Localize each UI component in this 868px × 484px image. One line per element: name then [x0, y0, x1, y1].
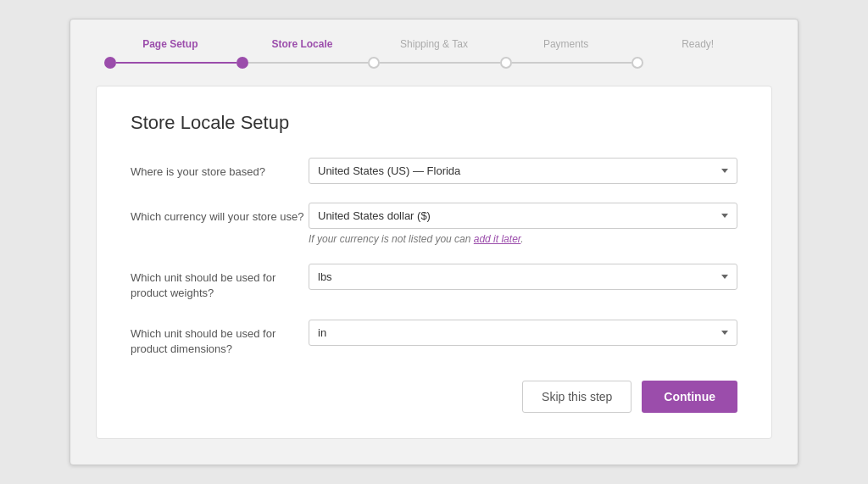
field-dimension-unit: Which unit should be used for product di…: [131, 320, 737, 357]
input-group-currency: United States dollar ($) If your currenc…: [309, 203, 737, 245]
step-dot-store-locale: [236, 57, 248, 69]
step-dot-payments: [500, 57, 512, 69]
step-dot-shipping-tax: [368, 57, 380, 69]
field-store-based: Where is your store based? United States…: [131, 158, 737, 184]
field-currency: Which currency will your store use? Unit…: [131, 203, 737, 245]
card-title: Store Locale Setup: [131, 112, 737, 134]
currency-hint-text: If your currency is not listed you can: [309, 233, 474, 245]
step-page-setup: Page Setup: [104, 38, 236, 69]
continue-button[interactable]: Continue: [642, 381, 737, 413]
label-store-based: Where is your store based?: [131, 158, 309, 180]
step-label-ready: Ready!: [682, 38, 714, 50]
step-shipping-tax: Shipping & Tax: [368, 38, 500, 69]
currency-hint: If your currency is not listed you can a…: [309, 233, 737, 245]
input-group-store-based: United States (US) — Florida: [309, 158, 737, 184]
step-label-payments: Payments: [543, 38, 588, 50]
step-payments: Payments: [500, 38, 632, 69]
currency-hint-suffix: .: [520, 233, 523, 245]
step-line-2: [248, 62, 369, 64]
step-label-shipping-tax: Shipping & Tax: [400, 38, 468, 50]
progress-bar: Page Setup Store Locale Shipping & Tax P…: [70, 19, 798, 69]
select-dimension-unit[interactable]: in: [309, 320, 737, 346]
select-weight-unit[interactable]: lbs: [309, 264, 737, 290]
field-weight-unit: Which unit should be used for product we…: [131, 264, 737, 301]
input-group-dimension-unit: in: [309, 320, 737, 346]
currency-hint-link[interactable]: add it later: [474, 233, 521, 245]
label-currency: Which currency will your store use?: [131, 203, 309, 225]
step-label-store-locale: Store Locale: [271, 38, 332, 50]
card-footer: Skip this step Continue: [131, 381, 737, 413]
step-line-1: [116, 62, 236, 64]
select-currency[interactable]: United States dollar ($): [309, 203, 737, 229]
step-dot-ready: [632, 57, 643, 69]
step-store-locale: Store Locale: [236, 38, 369, 69]
step-line-3: [380, 62, 500, 64]
input-group-weight-unit: lbs: [309, 264, 737, 290]
step-label-page-setup: Page Setup: [142, 38, 198, 50]
step-dot-page-setup: [104, 57, 116, 69]
form-card: Store Locale Setup Where is your store b…: [96, 86, 772, 440]
step-ready: Ready!: [632, 38, 764, 69]
select-store-based[interactable]: United States (US) — Florida: [309, 158, 737, 184]
skip-button[interactable]: Skip this step: [522, 381, 632, 413]
main-container: Page Setup Store Locale Shipping & Tax P…: [70, 19, 798, 466]
label-weight-unit: Which unit should be used for product we…: [131, 264, 309, 301]
step-line-4: [512, 62, 632, 64]
label-dimension-unit: Which unit should be used for product di…: [131, 320, 309, 357]
